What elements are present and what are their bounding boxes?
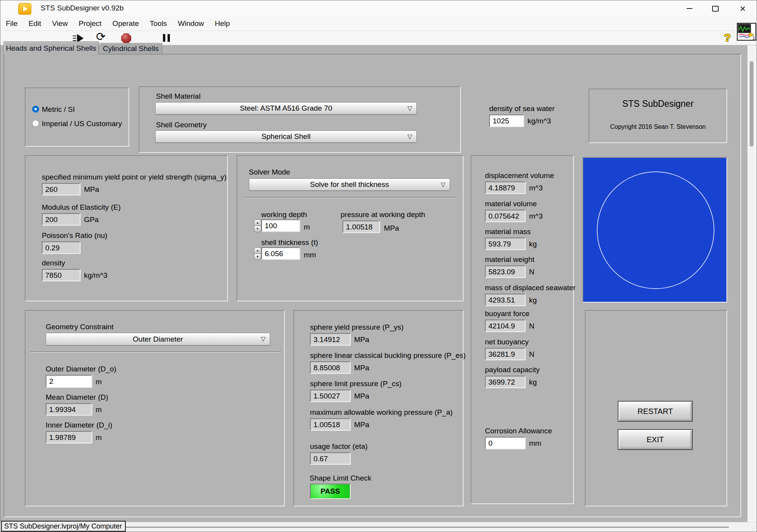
- tab-heads-spherical[interactable]: Heads and Spherical Shells: [3, 41, 99, 55]
- pause-icon[interactable]: [163, 34, 172, 43]
- resize-grip-icon[interactable]: ⋰: [752, 526, 756, 531]
- vi-count-badge: 1: [752, 35, 755, 40]
- minimize-button[interactable]: [678, 0, 700, 17]
- density-label: density: [42, 259, 108, 267]
- increment-icon[interactable]: ▲: [254, 247, 261, 254]
- help-icon[interactable]: ?: [724, 32, 731, 44]
- outer-diameter-input[interactable]: 2: [46, 375, 92, 388]
- shell-thickness-input[interactable]: 6.056: [261, 247, 300, 260]
- title-bar: STS SubDesigner v0.92b ×: [0, 0, 757, 17]
- dropdown-arrow-icon: ▽: [408, 133, 412, 140]
- outer-diameter-label: Outer Diameter (D_o): [46, 365, 116, 373]
- geometry-constraint-dropdown[interactable]: Outer Diameter ▽: [46, 333, 270, 346]
- sea-water-density-group: density of sea water 1025 kg/m^3: [489, 104, 555, 127]
- sea-water-density-label: density of sea water: [489, 104, 555, 113]
- material-volume-label: material volume: [485, 200, 543, 208]
- menu-file[interactable]: File: [0, 19, 23, 28]
- material-properties-panel: specified minimum yield point or yield s…: [25, 155, 228, 301]
- sphere-buckling-pressure-label: sphere linear classical buckling pressur…: [310, 351, 466, 360]
- shell-geometry-dropdown[interactable]: Spherical Shell ▽: [155, 130, 417, 143]
- divider: [244, 197, 456, 198]
- working-depth-unit: m: [304, 223, 310, 231]
- menu-edit[interactable]: Edit: [23, 19, 47, 28]
- vi-icon-box: 1: [737, 23, 756, 41]
- menu-tools[interactable]: Tools: [144, 19, 172, 28]
- abort-stop-icon[interactable]: [121, 33, 131, 43]
- buoyant-force-indicator: 42104.9: [485, 320, 526, 332]
- dropdown-arrow-icon: ▽: [408, 104, 412, 112]
- poisson-label: Poisson's Ratio (nu): [42, 231, 107, 240]
- tab-cylindrical[interactable]: Cylindrical Shells: [99, 43, 162, 54]
- menu-view[interactable]: View: [46, 19, 73, 28]
- working-depth-input[interactable]: 100: [261, 219, 300, 232]
- shape-limit-check-label: Shape Limit Check: [310, 474, 371, 482]
- horizontal-scrollbar-thumb[interactable]: [111, 527, 729, 528]
- max-working-pressure-indicator: 1.00518: [310, 418, 351, 431]
- pressures-panel: sphere yield pressure (P_ys) 3.14912MPa …: [293, 310, 464, 506]
- decrement-icon[interactable]: ▼: [254, 226, 261, 232]
- max-working-pressure-label: maximum allowable working pressure (P_a): [310, 408, 453, 417]
- shell-material-label: Shell Material: [156, 92, 200, 101]
- poisson-indicator: 0.29: [42, 241, 80, 254]
- sea-water-density-input[interactable]: 1025: [489, 115, 524, 127]
- sphere-yield-pressure-indicator: 3.14912: [310, 333, 351, 346]
- labview-app-icon: [18, 3, 31, 15]
- menu-bar: File Edit View Project Operate Tools Win…: [0, 17, 757, 31]
- shape-limit-check-led: PASS: [310, 484, 351, 499]
- material-mass-indicator: 593.79: [485, 238, 526, 250]
- yield-strength-indicator: 260: [42, 183, 80, 195]
- exit-button[interactable]: EXIT: [618, 429, 693, 450]
- window-title: STS SubDesigner v0.92b: [41, 4, 123, 12]
- net-buoyancy-indicator: 36281.9: [485, 348, 526, 360]
- modulus-indicator: 200: [42, 213, 80, 226]
- solver-panel: Solver Mode Solve for shell thickness ▽ …: [236, 155, 464, 301]
- menu-window[interactable]: Window: [172, 19, 209, 28]
- units-panel: Metric / SI Imperial / US Customary: [25, 87, 129, 147]
- displacement-volume-indicator: 4.18879: [485, 181, 526, 194]
- modulus-label: Modulus of Elasticity (E): [42, 203, 121, 212]
- pressure-at-depth-label: pressure at working depth: [341, 210, 425, 219]
- density-indicator: 7850: [42, 269, 80, 281]
- dropdown-arrow-icon: ▽: [441, 181, 445, 188]
- about-title: STS SubDesigner: [589, 99, 726, 109]
- material-mass-label: material mass: [485, 228, 537, 236]
- maximize-button[interactable]: [704, 0, 726, 17]
- sphere-limit-pressure-label: sphere limit pressure (P_cs): [310, 380, 402, 388]
- metric-radio[interactable]: [32, 106, 39, 113]
- imperial-radio[interactable]: [32, 120, 39, 127]
- app-window: STS SubDesigner v0.92b × File Edit View …: [0, 0, 757, 532]
- solver-mode-dropdown[interactable]: Solve for shell thickness ▽: [249, 178, 450, 191]
- vertical-scrollbar-thumb[interactable]: [750, 61, 754, 147]
- displaced-seawater-label: mass of displaced seawater: [485, 284, 575, 292]
- restart-button[interactable]: RESTART: [618, 401, 693, 422]
- inner-diameter-indicator: 1.98789: [46, 431, 92, 443]
- mean-diameter-indicator: 1.99394: [46, 403, 92, 416]
- menu-help[interactable]: Help: [209, 19, 235, 28]
- displacement-volume-label: displacement volume: [485, 171, 554, 180]
- about-panel: STS SubDesigner Copyright 2016 Sean T. S…: [589, 89, 727, 143]
- shell-material-dropdown[interactable]: Steel: ASTM A516 Grade 70 ▽: [155, 102, 417, 115]
- payload-capacity-label: payload capacity: [485, 366, 540, 374]
- increment-icon[interactable]: ▲: [254, 219, 261, 226]
- sphere-buckling-pressure-indicator: 8.85008: [310, 361, 351, 374]
- usage-factor-indicator: 0.67: [310, 452, 351, 465]
- menu-operate[interactable]: Operate: [107, 19, 144, 28]
- metric-radio-label: Metric / SI: [42, 105, 75, 114]
- close-button[interactable]: ×: [731, 0, 754, 17]
- shell-panel: Shell Material Steel: ASTM A516 Grade 70…: [139, 86, 461, 153]
- corrosion-allowance-input[interactable]: 0: [485, 437, 526, 449]
- geometry-constraint-label: Geometry Constraint: [46, 323, 113, 331]
- sphere-limit-pressure-indicator: 1.50027: [310, 390, 351, 402]
- imperial-radio-label: Imperial / US Customary: [42, 120, 122, 128]
- menu-project[interactable]: Project: [73, 19, 107, 28]
- material-volume-indicator: 0.075642: [485, 210, 526, 222]
- shell-geometry-label: Shell Geometry: [156, 121, 207, 129]
- actions-panel: RESTART EXIT: [585, 310, 727, 506]
- yield-strength-label: specified minimum yield point or yield s…: [42, 173, 226, 181]
- payload-capacity-indicator: 3699.72: [485, 376, 526, 388]
- material-weight-label: material weight: [485, 255, 534, 264]
- decrement-icon[interactable]: ▼: [254, 254, 261, 260]
- material-weight-indicator: 5823.09: [485, 265, 526, 278]
- working-depth-spinner: ▲ ▼: [254, 219, 261, 232]
- displaced-seawater-indicator: 4293.51: [485, 294, 526, 306]
